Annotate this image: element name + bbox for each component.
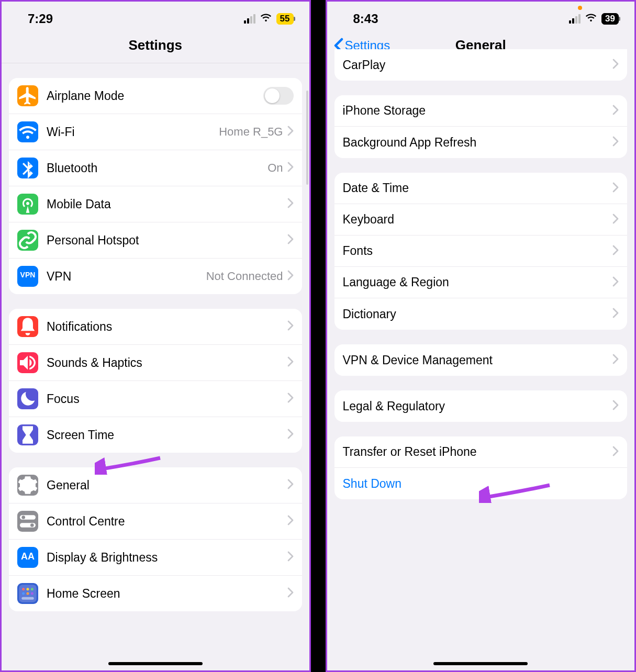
svg-point-7 bbox=[22, 588, 25, 590]
status-time: 7:29 bbox=[28, 12, 53, 26]
row-general[interactable]: General bbox=[9, 467, 302, 503]
chevron-right-icon bbox=[287, 428, 294, 442]
switches-icon bbox=[17, 511, 38, 532]
row-label: iPhone Storage bbox=[343, 104, 613, 118]
chevron-right-icon bbox=[612, 58, 619, 72]
settings-group: VPN & Device Management bbox=[334, 344, 628, 376]
row-storage[interactable]: iPhone Storage bbox=[334, 95, 628, 127]
settings-group: Airplane ModeWi-FiHome R_5GBluetoothOnMo… bbox=[9, 78, 302, 294]
row-label: VPN & Device Management bbox=[343, 353, 613, 367]
svg-text:AA: AA bbox=[21, 551, 35, 562]
chevron-right-icon bbox=[287, 586, 294, 601]
chevron-right-icon bbox=[612, 399, 619, 413]
row-language[interactable]: Language & Region bbox=[334, 267, 628, 298]
row-transfer[interactable]: Transfer or Reset iPhone bbox=[334, 436, 628, 468]
bell-icon bbox=[17, 316, 38, 337]
moon-icon bbox=[17, 388, 38, 409]
chevron-right-icon bbox=[612, 445, 619, 460]
status-time: 8:43 bbox=[353, 12, 378, 26]
general-list[interactable]: CarPlayiPhone StorageBackground App Refr… bbox=[327, 49, 635, 655]
nav-header: Settings bbox=[2, 31, 309, 63]
svg-point-4 bbox=[30, 523, 34, 527]
svg-text:VPN: VPN bbox=[20, 271, 36, 279]
row-label: Language & Region bbox=[343, 275, 613, 289]
chevron-right-icon bbox=[287, 269, 294, 284]
status-bar: 7:29 55 bbox=[2, 2, 309, 31]
chevron-right-icon bbox=[287, 161, 294, 175]
row-label: Mobile Data bbox=[47, 197, 287, 211]
vpn-icon: VPN bbox=[17, 266, 38, 287]
settings-group: Date & TimeKeyboardFontsLanguage & Regio… bbox=[334, 173, 628, 330]
row-background[interactable]: Background App Refresh bbox=[334, 127, 628, 158]
row-label: CarPlay bbox=[343, 58, 613, 72]
chevron-right-icon bbox=[287, 319, 294, 334]
chevron-right-icon bbox=[612, 135, 619, 150]
chevron-right-icon bbox=[612, 307, 619, 321]
wifi-icon bbox=[585, 11, 597, 27]
wifi-icon bbox=[260, 11, 272, 27]
toggle-switch[interactable] bbox=[263, 87, 294, 105]
row-label: Focus bbox=[47, 392, 287, 406]
svg-point-9 bbox=[31, 588, 34, 590]
speaker-icon bbox=[17, 352, 38, 373]
row-label: Shut Down bbox=[343, 477, 619, 491]
settings-group: NotificationsSounds & HapticsFocusScreen… bbox=[9, 309, 302, 453]
chevron-right-icon bbox=[287, 514, 294, 529]
row-hotspot[interactable]: Personal Hotspot bbox=[9, 222, 302, 259]
row-wifi[interactable]: Wi-FiHome R_5G bbox=[9, 114, 302, 150]
row-bluetooth[interactable]: BluetoothOn bbox=[9, 150, 302, 186]
row-label: VPN bbox=[47, 270, 206, 284]
recording-indicator-icon bbox=[578, 6, 582, 10]
row-vpn[interactable]: VPNVPNNot Connected bbox=[9, 259, 302, 294]
chevron-right-icon bbox=[612, 212, 619, 227]
row-control[interactable]: Control Centre bbox=[9, 503, 302, 540]
wifi-icon bbox=[17, 121, 38, 142]
cellular-signal-icon bbox=[244, 14, 255, 24]
row-mobiledata[interactable]: Mobile Data bbox=[9, 186, 302, 222]
row-fonts[interactable]: Fonts bbox=[334, 236, 628, 267]
aa-icon: AA bbox=[17, 547, 38, 568]
row-vpnmgmt[interactable]: VPN & Device Management bbox=[334, 344, 628, 376]
row-shutdown[interactable]: Shut Down bbox=[334, 468, 628, 499]
row-homescreen[interactable]: Home Screen bbox=[9, 576, 302, 611]
row-dictionary[interactable]: Dictionary bbox=[334, 298, 628, 330]
svg-point-12 bbox=[31, 592, 34, 595]
chevron-right-icon bbox=[612, 244, 619, 259]
row-label: Dictionary bbox=[343, 307, 613, 321]
home-indicator[interactable] bbox=[433, 662, 528, 665]
chevron-right-icon bbox=[287, 478, 294, 492]
row-label: Airplane Mode bbox=[47, 89, 263, 103]
settings-list[interactable]: Airplane ModeWi-FiHome R_5GBluetoothOnMo… bbox=[2, 63, 309, 669]
row-label: Transfer or Reset iPhone bbox=[343, 445, 613, 459]
right-screenshot: 8:43 39 Settings General CarPlayiPhone S… bbox=[326, 0, 637, 672]
row-airplane[interactable]: Airplane Mode bbox=[9, 78, 302, 114]
row-sounds[interactable]: Sounds & Haptics bbox=[9, 345, 302, 381]
row-legal[interactable]: Legal & Regulatory bbox=[334, 390, 628, 422]
row-carplay[interactable]: CarPlay bbox=[334, 49, 628, 81]
row-display[interactable]: AADisplay & Brightness bbox=[9, 540, 302, 576]
row-datetime[interactable]: Date & Time bbox=[334, 173, 628, 204]
airplane-icon bbox=[17, 85, 38, 106]
chevron-right-icon bbox=[612, 353, 619, 367]
row-label: General bbox=[47, 478, 287, 492]
row-focus[interactable]: Focus bbox=[9, 381, 302, 417]
row-notifications[interactable]: Notifications bbox=[9, 309, 302, 345]
row-label: Legal & Regulatory bbox=[343, 399, 613, 413]
settings-group: CarPlay bbox=[334, 49, 628, 81]
battery-indicator: 55 bbox=[276, 13, 294, 25]
row-value: On bbox=[267, 161, 283, 175]
svg-point-11 bbox=[27, 592, 29, 595]
row-screentime[interactable]: Screen Time bbox=[9, 417, 302, 453]
status-bar: 8:43 39 bbox=[327, 2, 635, 31]
row-label: Screen Time bbox=[47, 428, 287, 442]
home-indicator[interactable] bbox=[108, 662, 203, 665]
link-icon bbox=[17, 230, 38, 251]
battery-indicator: 39 bbox=[601, 13, 619, 25]
gear-icon bbox=[17, 475, 38, 496]
svg-rect-13 bbox=[21, 597, 34, 600]
svg-point-3 bbox=[21, 516, 25, 519]
row-label: Home Screen bbox=[47, 587, 287, 601]
row-label: Date & Time bbox=[343, 181, 613, 195]
row-keyboard[interactable]: Keyboard bbox=[334, 204, 628, 236]
row-value: Not Connected bbox=[206, 270, 283, 283]
